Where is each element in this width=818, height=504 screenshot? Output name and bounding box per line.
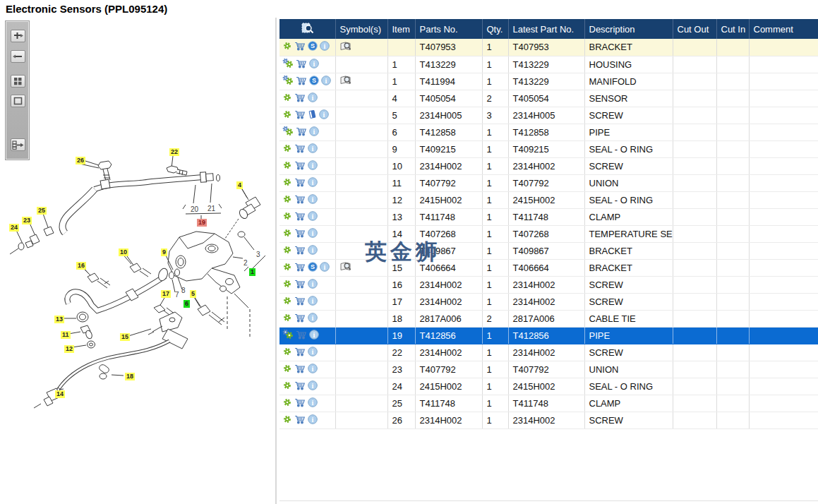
gear-icon[interactable] <box>282 92 292 104</box>
info-icon[interactable]: i <box>308 245 318 257</box>
table-row[interactable]: SiT4079531T407953BRACKET <box>279 39 818 56</box>
cart-icon[interactable] <box>294 160 306 172</box>
diagram-callout-13[interactable]: 13 <box>54 316 64 323</box>
gears-icon[interactable] <box>282 58 294 71</box>
column-header-parts-no-[interactable]: Parts No. <box>415 19 482 39</box>
info-icon[interactable]: i <box>308 313 318 325</box>
info-icon[interactable]: i <box>308 194 318 206</box>
table-row[interactable]: i162314H00212314H002SCREW <box>279 276 818 293</box>
diagram-callout-12[interactable]: 12 <box>64 345 74 353</box>
s-icon[interactable]: S <box>308 41 318 53</box>
cart-icon[interactable] <box>294 262 306 274</box>
column-header-qty-[interactable]: Qty. <box>482 19 508 39</box>
book-icon[interactable] <box>308 109 317 121</box>
info-icon[interactable]: i <box>308 228 318 240</box>
diagram-callout-23[interactable]: 23 <box>22 217 32 224</box>
gear-icon[interactable] <box>282 245 292 257</box>
diagram-callout-16[interactable]: 16 <box>76 262 86 270</box>
diagram-callout-24[interactable]: 24 <box>9 224 19 232</box>
diagram-callout-26[interactable]: 26 <box>76 157 85 164</box>
table-row[interactable]: i6T4128581T412858PIPE <box>279 124 818 140</box>
gear-icon[interactable] <box>282 194 292 206</box>
info-icon[interactable]: i <box>308 279 318 291</box>
cart-icon[interactable] <box>296 126 307 138</box>
info-icon[interactable]: i <box>320 262 330 274</box>
gear-icon[interactable] <box>282 228 292 240</box>
info-icon[interactable]: i <box>320 41 330 53</box>
gear-icon[interactable] <box>282 211 292 223</box>
table-row[interactable]: i4T4050542T405054SENSOR <box>279 90 818 107</box>
column-header-symbol-s-[interactable]: Symbol(s) <box>335 19 387 39</box>
cart-icon[interactable] <box>294 211 306 223</box>
table-row[interactable]: i172314H00212314H002SCREW <box>279 293 818 310</box>
column-header-item[interactable]: Item <box>387 19 415 39</box>
diagram-callout-14[interactable]: 14 <box>55 390 65 398</box>
table-row[interactable]: Si1T4119941T413229MANIFOLD <box>279 73 818 90</box>
gears-icon[interactable] <box>282 75 294 88</box>
info-icon[interactable]: i <box>308 177 318 189</box>
gear-icon[interactable] <box>282 313 292 325</box>
diagram-callout-15[interactable]: 15 <box>120 333 130 341</box>
column-header-cut-in[interactable]: Cut In <box>716 19 749 39</box>
gear-icon[interactable] <box>282 160 292 172</box>
table-row[interactable]: iT4098671T409867BRACKET <box>279 242 818 259</box>
diagram-callout-4[interactable]: 4 <box>236 181 243 189</box>
cart-icon[interactable] <box>294 364 306 376</box>
diagram-callout-22[interactable]: 22 <box>169 148 179 156</box>
table-row[interactable]: i122415H00212415H002SEAL - O RING <box>279 191 818 208</box>
gear-icon[interactable] <box>282 296 292 308</box>
table-row[interactable]: i14T4072681T407268TEMPERATURE SENSOR <box>279 225 818 242</box>
gear-icon[interactable] <box>282 279 292 291</box>
cart-icon[interactable] <box>294 397 306 409</box>
diagram-callout-25[interactable]: 25 <box>37 207 47 215</box>
column-header-latest-part-no-[interactable]: Latest Part No. <box>508 19 584 39</box>
cart-icon[interactable] <box>294 347 306 359</box>
gear-icon[interactable] <box>282 143 292 155</box>
gear-icon[interactable] <box>282 177 292 189</box>
diagram-callout-18[interactable]: 18 <box>125 373 135 380</box>
gear-icon[interactable] <box>282 397 292 409</box>
table-row[interactable]: i1T4132291T413229HOUSING <box>279 56 818 73</box>
table-row[interactable]: Si15T4066641T406664BRACKET <box>279 259 818 276</box>
info-icon[interactable]: i <box>308 414 318 426</box>
s-icon[interactable]: S <box>308 262 318 274</box>
info-icon[interactable]: i <box>319 109 329 121</box>
tile-view-button[interactable] <box>11 75 25 88</box>
table-row[interactable]: i9T4092151T409215SEAL - O RING <box>279 140 818 157</box>
diagram-callout-17[interactable]: 17 <box>161 290 171 298</box>
zoom-in-button[interactable] <box>11 30 25 42</box>
diagram-callout-6[interactable]: 6 <box>184 300 190 308</box>
cart-icon[interactable] <box>294 380 306 392</box>
cart-icon[interactable] <box>294 177 306 189</box>
cart-icon[interactable] <box>296 76 307 88</box>
cart-icon[interactable] <box>294 228 306 240</box>
cart-icon[interactable] <box>294 41 306 53</box>
zoom-out-button[interactable] <box>11 50 25 63</box>
table-row[interactable]: i242415H00212415H002SEAL - O RING <box>279 378 818 395</box>
info-icon[interactable]: i <box>308 160 318 172</box>
info-icon[interactable]: i <box>308 364 318 376</box>
cart-icon[interactable] <box>294 313 306 325</box>
book-magnifier-icon[interactable] <box>340 41 352 54</box>
diagram-callout-19[interactable]: 19 <box>197 219 207 227</box>
cart-icon[interactable] <box>296 330 307 342</box>
table-row[interactable]: i182817A00622817A006CABLE TIE <box>279 310 818 327</box>
info-icon[interactable]: i <box>308 380 318 392</box>
column-header-zoom[interactable] <box>279 19 335 39</box>
cart-icon[interactable] <box>294 414 306 426</box>
gear-icon[interactable] <box>282 347 292 359</box>
info-icon[interactable]: i <box>308 92 318 104</box>
info-icon[interactable]: i <box>309 59 319 71</box>
cart-icon[interactable] <box>294 143 306 155</box>
gear-icon[interactable] <box>282 414 292 426</box>
gears-icon[interactable] <box>282 126 294 138</box>
info-icon[interactable]: i <box>308 347 318 359</box>
info-icon[interactable]: i <box>321 76 331 88</box>
list-panel-button[interactable] <box>11 138 25 151</box>
s-icon[interactable]: S <box>309 76 319 88</box>
cart-icon[interactable] <box>294 109 306 121</box>
diagram-callout-10[interactable]: 10 <box>119 248 128 256</box>
cart-icon[interactable] <box>294 92 306 104</box>
diagram-callout-5[interactable]: 5 <box>190 290 196 298</box>
cart-icon[interactable] <box>294 296 306 308</box>
